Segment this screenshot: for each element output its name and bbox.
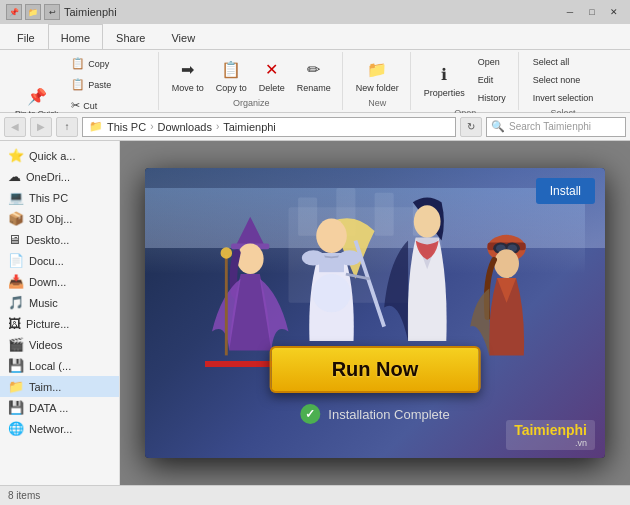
title-bar-left: 📌 📁 ↩ Taimienphi xyxy=(6,4,117,20)
main-area: ⭐ Quick a... ☁ OneDri... 💻 This PC 📦 3D … xyxy=(0,141,630,485)
checkmark-icon: ✓ xyxy=(300,404,320,424)
rename-icon: ✏ xyxy=(302,58,326,82)
new-folder-icon: 📁 xyxy=(365,58,389,82)
ribbon-group-select: Select all Select none Invert selection … xyxy=(521,52,606,110)
organize-items: ➡ Move to 📋 Copy to ✕ Delete ✏ Rename xyxy=(167,54,336,96)
installer-modal: Run Now ✓ Installation Complete Install xyxy=(145,168,605,458)
star-icon: ⭐ xyxy=(8,148,24,163)
tab-home[interactable]: Home xyxy=(48,24,103,49)
downloads-icon: 📥 xyxy=(8,274,24,289)
watermark-brand: Taimienphi xyxy=(514,422,587,438)
address-bar: ◀ ▶ ↑ 📁 This PC › Downloads › Taimienphi… xyxy=(0,113,630,141)
run-now-button[interactable]: Run Now xyxy=(270,346,481,393)
delete-icon: ✕ xyxy=(260,58,284,82)
undo-tb-icon: ↩ xyxy=(44,4,60,20)
search-box[interactable]: 🔍 Search Taimienphi xyxy=(486,117,626,137)
tab-view[interactable]: View xyxy=(158,26,208,49)
sidebar-item-downloads[interactable]: 📥 Down... xyxy=(0,271,119,292)
ribbon-tabs: File Home Share View xyxy=(0,24,630,50)
status-bar: 8 items xyxy=(0,485,630,505)
watermark: Taimienphi .vn xyxy=(506,420,595,450)
sidebar-item-taimienphi[interactable]: 📁 Taim... xyxy=(0,376,119,397)
open-button[interactable]: Open xyxy=(472,54,512,70)
new-folder-button[interactable]: 📁 New folder xyxy=(351,55,404,96)
window-controls: ─ □ ✕ xyxy=(560,4,624,20)
items-count: 8 items xyxy=(8,490,40,501)
installer-overlay: Run Now ✓ Installation Complete Install xyxy=(120,141,630,485)
sidebar-item-network[interactable]: 🌐 Networ... xyxy=(0,418,119,439)
properties-icon: ℹ xyxy=(432,63,456,87)
svg-point-13 xyxy=(302,250,325,265)
watermark-t: T xyxy=(514,422,522,438)
new-items: 📁 New folder xyxy=(351,54,404,96)
invert-selection-button[interactable]: Invert selection xyxy=(527,90,600,106)
svg-point-25 xyxy=(494,249,519,278)
select-items: Select all Select none Invert selection xyxy=(527,54,600,106)
edit-button[interactable]: Edit xyxy=(472,72,512,88)
copy-icon: 📋 xyxy=(71,57,85,70)
sidebar-item-quick-access[interactable]: ⭐ Quick a... xyxy=(0,145,119,166)
up-button[interactable]: ↑ xyxy=(56,117,78,137)
ribbon-group-clipboard: 📌 Pin to Quickaccess 📋 Copy 📋 Paste xyxy=(4,52,159,110)
history-button[interactable]: History xyxy=(472,90,512,106)
watermark-sub: .vn xyxy=(514,438,587,448)
delete-button[interactable]: ✕ Delete xyxy=(254,55,290,96)
back-button[interactable]: ◀ xyxy=(4,117,26,137)
install-complete-area: ✓ Installation Complete xyxy=(300,404,449,424)
copy-to-button[interactable]: 📋 Copy to xyxy=(211,55,252,96)
quick-access-icon: 📌 xyxy=(6,4,22,20)
sidebar-item-pictures[interactable]: 🖼 Picture... xyxy=(0,313,119,334)
select-none-button[interactable]: Select none xyxy=(527,72,600,88)
sidebar-item-onedrive[interactable]: ☁ OneDri... xyxy=(0,166,119,187)
svg-point-15 xyxy=(312,274,350,312)
ribbon-content: 📌 Pin to Quickaccess 📋 Copy 📋 Paste xyxy=(0,50,630,112)
address-path[interactable]: 📁 This PC › Downloads › Taimienphi xyxy=(82,117,456,137)
title-bar: 📌 📁 ↩ Taimienphi ─ □ ✕ xyxy=(0,0,630,24)
forward-button[interactable]: ▶ xyxy=(30,117,52,137)
properties-button[interactable]: ℹ Properties xyxy=(419,60,470,101)
sidebar-item-desktop[interactable]: 🖥 Deskto... xyxy=(0,229,119,250)
computer-icon: 💻 xyxy=(8,190,24,205)
sidebar-item-videos[interactable]: 🎬 Videos xyxy=(0,334,119,355)
network-icon: 🌐 xyxy=(8,421,24,436)
sidebar-item-data[interactable]: 💾 DATA ... xyxy=(0,397,119,418)
svg-point-11 xyxy=(316,219,347,253)
file-list: Run Now ✓ Installation Complete Install xyxy=(120,141,630,485)
ribbon-group-open: ℹ Properties Open Edit History xyxy=(413,52,519,110)
rename-button[interactable]: ✏ Rename xyxy=(292,55,336,96)
cube-icon: 📦 xyxy=(8,211,24,226)
sidebar-item-music[interactable]: 🎵 Music xyxy=(0,292,119,313)
maximize-button[interactable]: □ xyxy=(582,4,602,20)
videos-icon: 🎬 xyxy=(8,337,24,352)
ribbon: File Home Share View 📌 Pin to Quickacces… xyxy=(0,24,630,113)
tab-share[interactable]: Share xyxy=(103,26,158,49)
paste-button[interactable]: 📋 Paste xyxy=(65,75,152,94)
sidebar-item-documents[interactable]: 📄 Docu... xyxy=(0,250,119,271)
sidebar-item-this-pc[interactable]: 💻 This PC xyxy=(0,187,119,208)
folder-icon: 📁 xyxy=(8,379,24,394)
move-to-button[interactable]: ➡ Move to xyxy=(167,55,209,96)
ribbon-group-organize: ➡ Move to 📋 Copy to ✕ Delete ✏ Rename xyxy=(161,52,343,110)
select-col: Select all Select none Invert selection xyxy=(527,54,600,106)
tab-file[interactable]: File xyxy=(4,26,48,49)
new-folder-tb-icon: 📁 xyxy=(25,4,41,20)
refresh-button[interactable]: ↻ xyxy=(460,117,482,137)
ribbon-group-new: 📁 New folder New xyxy=(345,52,411,110)
data-disk-icon: 💾 xyxy=(8,400,24,415)
watermark-name: aimienphi xyxy=(522,422,587,438)
explorer-window: 📌 📁 ↩ Taimienphi ─ □ ✕ File Home Share V… xyxy=(0,0,630,505)
paste-icon: 📋 xyxy=(71,78,85,91)
cloud-icon: ☁ xyxy=(8,169,21,184)
disk-icon: 💾 xyxy=(8,358,24,373)
window-title: Taimienphi xyxy=(64,6,117,18)
open-items: ℹ Properties Open Edit History xyxy=(419,54,512,106)
install-button[interactable]: Install xyxy=(536,178,595,204)
copy-button[interactable]: 📋 Copy xyxy=(65,54,152,73)
install-complete-text: Installation Complete xyxy=(328,407,449,422)
sidebar-item-local-disk[interactable]: 💾 Local (... xyxy=(0,355,119,376)
close-button[interactable]: ✕ xyxy=(604,4,624,20)
sidebar-item-3d-objects[interactable]: 📦 3D Obj... xyxy=(0,208,119,229)
select-all-button[interactable]: Select all xyxy=(527,54,600,70)
path-folder-icon: 📁 xyxy=(89,120,103,133)
minimize-button[interactable]: ─ xyxy=(560,4,580,20)
